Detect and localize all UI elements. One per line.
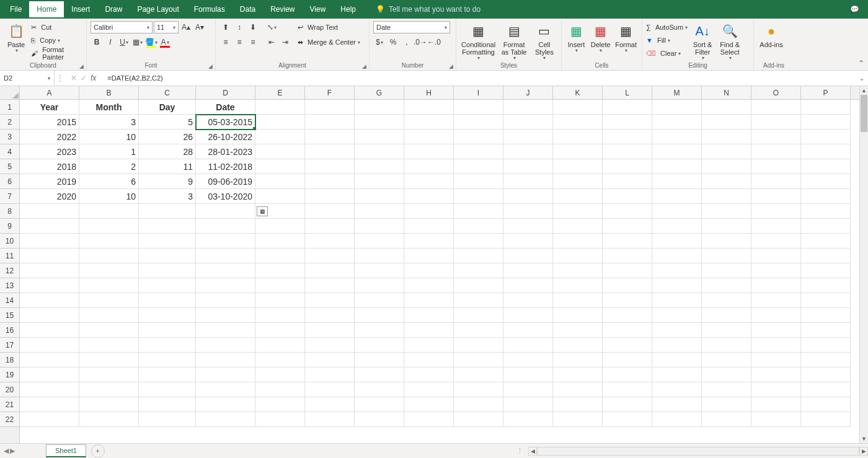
cell-F16[interactable] [305, 323, 355, 338]
cell-G13[interactable] [355, 278, 404, 293]
cell-B22[interactable] [79, 412, 139, 427]
cell-B18[interactable] [79, 353, 139, 368]
sheet-nav-next-icon[interactable]: ▶ [10, 447, 15, 455]
cell-D15[interactable] [196, 308, 255, 323]
cell-F21[interactable] [305, 397, 355, 412]
row-header-19[interactable]: 19 [0, 368, 19, 382]
cell-P19[interactable] [801, 368, 851, 382]
cell-M9[interactable] [652, 219, 702, 234]
cell-C1[interactable]: Day [139, 100, 196, 115]
cell-O8[interactable] [751, 204, 801, 219]
cell-A7[interactable]: 2020 [20, 189, 79, 204]
scroll-left-icon[interactable]: ◀ [528, 447, 537, 456]
cell-P16[interactable] [801, 323, 851, 338]
cell-E12[interactable] [255, 263, 305, 278]
cell-F18[interactable] [305, 353, 355, 368]
cell-E9[interactable] [255, 219, 305, 234]
cell-H7[interactable] [404, 189, 454, 204]
cell-K1[interactable] [553, 100, 603, 115]
comma-icon[interactable]: , [401, 36, 413, 48]
cell-F11[interactable] [305, 249, 355, 263]
cell-G2[interactable] [355, 115, 404, 130]
comments-icon[interactable]: 💬 [850, 5, 866, 14]
cell-L7[interactable] [603, 189, 652, 204]
cell-M18[interactable] [652, 353, 702, 368]
cell-C21[interactable] [139, 397, 196, 412]
cell-F5[interactable] [305, 159, 355, 174]
cell-I18[interactable] [454, 353, 503, 368]
cell-P2[interactable] [801, 115, 851, 130]
cell-N15[interactable] [702, 308, 751, 323]
tab-formulas[interactable]: Formulas [187, 1, 232, 17]
cell-A11[interactable] [20, 249, 79, 263]
cell-P3[interactable] [801, 130, 851, 144]
cell-K2[interactable] [553, 115, 603, 130]
cell-D13[interactable] [196, 278, 255, 293]
cell-N22[interactable] [702, 412, 751, 427]
cell-G3[interactable] [355, 130, 404, 144]
cell-G20[interactable] [355, 382, 404, 397]
cell-P13[interactable] [801, 278, 851, 293]
cell-N1[interactable] [702, 100, 751, 115]
cell-B11[interactable] [79, 249, 139, 263]
cell-K20[interactable] [553, 382, 603, 397]
cell-N10[interactable] [702, 234, 751, 249]
cell-L1[interactable] [603, 100, 652, 115]
cell-F3[interactable] [305, 130, 355, 144]
cell-J12[interactable] [503, 263, 553, 278]
row-header-18[interactable]: 18 [0, 353, 19, 368]
cell-A4[interactable]: 2023 [20, 144, 79, 159]
cell-O6[interactable] [751, 174, 801, 189]
align-middle-icon[interactable]: ↕ [233, 21, 246, 33]
cell-F7[interactable] [305, 189, 355, 204]
cell-L16[interactable] [603, 323, 652, 338]
column-header-L[interactable]: L [603, 86, 652, 99]
cell-D12[interactable] [196, 263, 255, 278]
cell-A5[interactable]: 2018 [20, 159, 79, 174]
cell-F9[interactable] [305, 219, 355, 234]
scroll-down-icon[interactable]: ▼ [860, 434, 868, 443]
align-center-icon[interactable]: ≡ [233, 36, 246, 48]
cell-I16[interactable] [454, 323, 503, 338]
cell-M12[interactable] [652, 263, 702, 278]
cell-A21[interactable] [20, 397, 79, 412]
cell-F4[interactable] [305, 144, 355, 159]
cell-O11[interactable] [751, 249, 801, 263]
cell-N6[interactable] [702, 174, 751, 189]
insert-cells-button[interactable]: ▦Insert▾ [565, 21, 587, 54]
scroll-right-icon[interactable]: ▶ [859, 447, 868, 456]
cell-D20[interactable] [196, 382, 255, 397]
cell-E2[interactable] [255, 115, 305, 130]
cell-M15[interactable] [652, 308, 702, 323]
cell-G8[interactable] [355, 204, 404, 219]
cell-M8[interactable] [652, 204, 702, 219]
cell-B13[interactable] [79, 278, 139, 293]
cell-H20[interactable] [404, 382, 454, 397]
expand-formula-bar-icon[interactable]: ⌄ [856, 74, 868, 82]
addins-button[interactable]: ●Add-ins [758, 21, 785, 48]
cell-O18[interactable] [751, 353, 801, 368]
cell-J6[interactable] [503, 174, 553, 189]
clear-button[interactable]: ⌫ Clear▾ [646, 47, 688, 59]
cell-N9[interactable] [702, 219, 751, 234]
cell-D11[interactable] [196, 249, 255, 263]
cell-D7[interactable]: 03-10-2020 [196, 189, 255, 204]
cell-L2[interactable] [603, 115, 652, 130]
collapse-ribbon-icon[interactable]: ⌃ [858, 59, 864, 68]
cell-N7[interactable] [702, 189, 751, 204]
cell-E10[interactable] [255, 234, 305, 249]
cell-A15[interactable] [20, 308, 79, 323]
cell-M4[interactable] [652, 144, 702, 159]
cell-K5[interactable] [553, 159, 603, 174]
cell-E16[interactable] [255, 323, 305, 338]
cell-C11[interactable] [139, 249, 196, 263]
cell-M11[interactable] [652, 249, 702, 263]
cell-L9[interactable] [603, 219, 652, 234]
cell-B6[interactable]: 6 [79, 174, 139, 189]
autosum-button[interactable]: ∑ AutoSum▾ [646, 21, 688, 33]
column-header-H[interactable]: H [404, 86, 454, 99]
cell-D16[interactable] [196, 323, 255, 338]
row-header-2[interactable]: 2 [0, 115, 19, 130]
cell-H13[interactable] [404, 278, 454, 293]
cell-J15[interactable] [503, 308, 553, 323]
